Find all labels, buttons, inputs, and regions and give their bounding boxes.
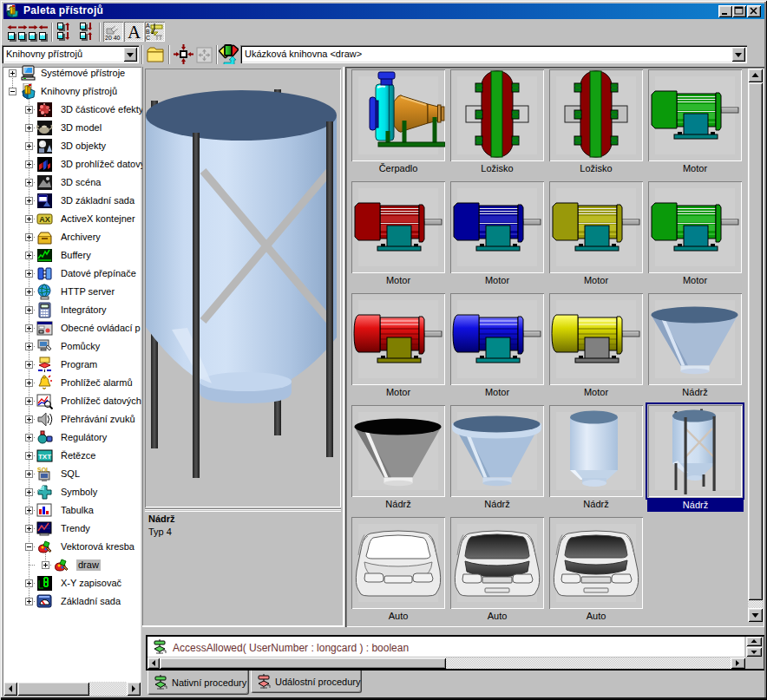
svg-text:C: C <box>146 35 150 41</box>
svg-text:A: A <box>146 23 150 29</box>
svg-text:AX: AX <box>39 215 50 224</box>
svg-text:TXT: TXT <box>38 453 51 461</box>
svg-text:B: B <box>146 29 150 35</box>
svg-text:20 40: 20 40 <box>105 35 121 41</box>
svg-text:A: A <box>128 22 141 42</box>
